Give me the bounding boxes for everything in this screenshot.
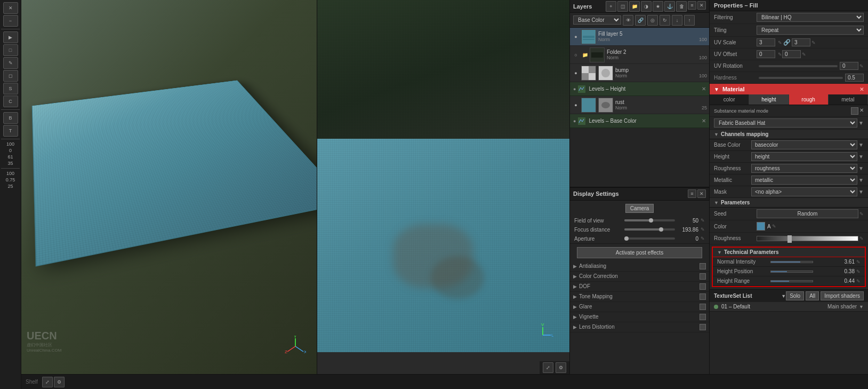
filtering-select[interactable]: Bilinear | HQ	[757, 13, 864, 22]
height-position-slider[interactable]	[770, 271, 813, 273]
tool-fill[interactable]: B	[3, 112, 18, 124]
metallic-arrow-icon[interactable]: ▼	[858, 177, 864, 183]
texset-all-btn[interactable]: All	[806, 291, 819, 300]
uv-rotation-value[interactable]	[840, 62, 858, 70]
effect-vignette[interactable]: ▶ Vignette	[570, 312, 709, 322]
roughness-channel-select[interactable]: roughness	[751, 164, 857, 173]
roughness-edit-icon[interactable]: ✎	[859, 236, 864, 241]
effect-lens-distortion[interactable]: ▶ Lens Distortion	[570, 322, 709, 332]
texset-solo-btn[interactable]: Solo	[786, 291, 804, 300]
roughness-handle[interactable]	[787, 235, 792, 243]
seed-edit-icon[interactable]: ✎	[859, 211, 864, 217]
height-arrow-icon[interactable]: ▼	[858, 154, 864, 160]
color-swatch[interactable]	[757, 222, 765, 231]
uv-offset-y[interactable]	[782, 50, 801, 58]
texset-arrow-icon[interactable]: ▼	[781, 293, 786, 299]
mask-arrow-icon[interactable]: ▼	[858, 189, 864, 195]
mask-channel-select[interactable]: <no alpha>	[751, 187, 857, 196]
layer-bump[interactable]: ●	[570, 64, 709, 82]
hardness-slider[interactable]	[759, 77, 843, 79]
tab-metal[interactable]: metal	[829, 94, 868, 105]
layer-rust[interactable]: ●	[570, 96, 709, 114]
tab-height[interactable]: height	[749, 94, 789, 105]
layer-export-icon[interactable]: ↑	[684, 15, 695, 26]
normal-intensity-slider[interactable]	[770, 261, 813, 263]
layers-close-icon[interactable]: ✕	[697, 1, 706, 10]
levels-base-color-row[interactable]: ● Levels – Base Color ✕	[570, 114, 709, 128]
tool-play[interactable]: ▶	[3, 31, 18, 43]
uv-scale-edit-icon[interactable]: ✎	[778, 40, 782, 45]
viewport-3d-content[interactable]: UECN 虚幻中国社区 UnrealChina.COM X Y Z	[21, 0, 317, 374]
uv-scale-x[interactable]	[757, 38, 775, 46]
lens-distortion-toggle[interactable]	[700, 324, 706, 330]
substance-mode-x-icon[interactable]: ✕	[859, 107, 864, 115]
display-close-icon[interactable]: ✕	[697, 189, 706, 198]
texset-default-row[interactable]: 01 – Default Main shader ▼	[710, 302, 868, 312]
uv-scale-edit-icon-2[interactable]: ✎	[811, 40, 816, 45]
layer-import-icon[interactable]: ↓	[672, 15, 682, 26]
levels-base-color-close-icon[interactable]: ✕	[702, 118, 706, 124]
layer-folder-2[interactable]: ○ 📁 Folder 2 Norm	[570, 46, 709, 64]
height-position-edit-icon[interactable]: ✎	[856, 269, 861, 274]
viewport-2d-top[interactable]	[317, 0, 569, 139]
dof-toggle[interactable]	[700, 283, 706, 290]
normal-intensity-edit-icon[interactable]: ✎	[856, 259, 861, 265]
layer-sync-icon[interactable]: ↻	[660, 15, 670, 26]
layer-solo-icon[interactable]: ◎	[647, 15, 658, 26]
tool-eraser[interactable]: ◻	[3, 70, 18, 82]
effect-dof[interactable]: ▶ DOF	[570, 282, 709, 292]
focus-slider[interactable]	[624, 228, 675, 231]
tool-text[interactable]: T	[3, 125, 18, 137]
eye-fill-5-icon[interactable]: ●	[572, 33, 580, 41]
effect-color-correction[interactable]: ▶ Color Correction	[570, 272, 709, 282]
substance-mode-toggle[interactable]	[851, 107, 858, 115]
uv-offset-edit-icon-2[interactable]: ✎	[802, 52, 806, 57]
fov-slider[interactable]	[624, 219, 675, 221]
tool-clone[interactable]: C	[3, 96, 18, 107]
eye-folder-2-icon[interactable]: ○	[572, 51, 580, 59]
height-range-edit-icon[interactable]: ✎	[856, 279, 861, 284]
layer-mask-icon[interactable]: ◑	[641, 1, 652, 12]
metallic-channel-select[interactable]: metallic	[751, 176, 857, 185]
expand-icon[interactable]: ⤢	[543, 362, 553, 373]
antialiasing-toggle[interactable]	[700, 263, 706, 269]
texset-import-btn[interactable]: Import shaders	[821, 291, 864, 300]
eye-rust-icon[interactable]: ●	[572, 101, 580, 109]
base-color-arrow-icon[interactable]: ▼	[858, 142, 864, 148]
seed-random-btn[interactable]: Random	[757, 209, 858, 218]
effect-antialiasing[interactable]: ▶ Antialiasing	[570, 261, 709, 272]
height-range-slider[interactable]	[770, 280, 813, 282]
aperture-slider[interactable]	[624, 237, 675, 240]
texset-shader-arrow-icon[interactable]: ▼	[859, 304, 864, 309]
channels-mapping-bar[interactable]: ▼ Channels mapping	[710, 130, 868, 139]
layer-effect-icon[interactable]: ★	[653, 1, 663, 12]
layers-menu-icon[interactable]: ≡	[688, 1, 696, 10]
hardness-value[interactable]	[845, 74, 864, 82]
uv-rotation-edit-icon[interactable]: ✎	[859, 63, 864, 69]
fov-edit-icon[interactable]: ✎	[701, 218, 705, 223]
uv-scale-y[interactable]	[792, 38, 810, 46]
layer-view-icon[interactable]: 👁	[623, 15, 633, 26]
minimize-btn[interactable]: −	[3, 15, 18, 27]
uv-rotation-slider[interactable]	[759, 65, 838, 67]
layer-add-icon[interactable]: +	[606, 1, 616, 12]
layer-type-select[interactable]: Base Color	[573, 15, 621, 25]
settings-icon[interactable]: ⚙	[556, 362, 566, 373]
layer-link-icon[interactable]: 🔗	[635, 15, 646, 26]
glare-toggle[interactable]	[700, 304, 706, 310]
tool-smudge[interactable]: S	[3, 83, 18, 94]
base-color-channel-select[interactable]: basecolor	[751, 140, 857, 149]
roughness-arrow-icon[interactable]: ▼	[858, 165, 864, 171]
layer-add-fill-icon[interactable]: ◫	[617, 1, 628, 12]
tab-color[interactable]: color	[710, 94, 749, 105]
levels-height-close-icon[interactable]: ✕	[702, 86, 706, 92]
focus-edit-icon[interactable]: ✎	[701, 227, 705, 232]
tool-brush[interactable]: ✎	[3, 57, 18, 69]
uv-offset-x[interactable]	[757, 50, 775, 58]
tone-mapping-toggle[interactable]	[700, 293, 706, 300]
uv-offset-edit-icon[interactable]: ✎	[778, 52, 782, 57]
material-name-select[interactable]: Fabric Baseball Hat	[714, 118, 857, 128]
roughness-param-slider[interactable]	[757, 236, 858, 241]
viewport-2d-bottom[interactable]: U V	[317, 139, 569, 352]
layer-fill-5[interactable]: ● Fill layer 5	[570, 28, 709, 46]
